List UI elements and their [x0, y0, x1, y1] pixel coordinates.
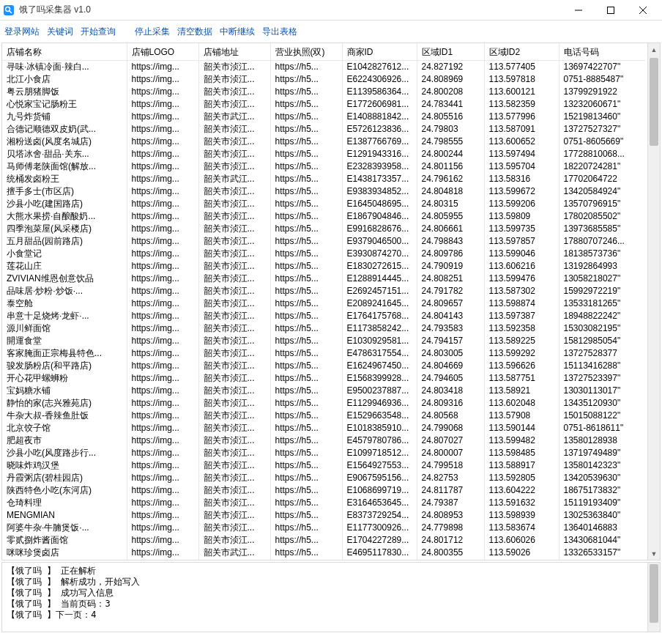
table-cell: 13580128938 [559, 434, 645, 447]
table-scrollbar[interactable]: ▲ ▼ [647, 43, 660, 560]
table-row[interactable]: 合德记顺德双皮奶(武...https://img...韶关市浈江...https… [2, 123, 645, 136]
table-cell: 113.595704 [484, 160, 559, 173]
table-row[interactable]: 统桶发卤粉王https://img...韶关市武江...https://h5..… [2, 173, 645, 185]
data-table[interactable]: 店铺名称店铺LOGO店铺地址营业执照(双)商家ID区域ID1区域ID2电话号码 … [2, 43, 645, 560]
table-row[interactable]: 泰空舱https://img...韶关市浈江...https://h5...E2… [2, 297, 645, 310]
table-row[interactable]: 咪咪珍煲卤店https://img...韶关市武江...https://h5..… [2, 547, 645, 559]
table-row[interactable]: 開運食堂https://img...韶关市浈江...https://h5...E… [2, 335, 645, 347]
table-row[interactable]: 晓味炸鸡汉堡https://img...韶关市浈江...https://h5..… [2, 459, 645, 472]
table-cell: https://h5... [270, 422, 342, 434]
table-cell: https://h5... [270, 210, 342, 223]
table-cell: https://h5... [270, 547, 342, 559]
col-header[interactable]: 营业执照(双) [270, 43, 342, 61]
table-row[interactable]: 大熊水果捞·自酿酸奶...https://img...韶关市浈江...https… [2, 210, 645, 223]
table-row[interactable]: 骏发肠粉店(和平路店)https://img...韶关市浈江...https:/… [2, 360, 645, 372]
table-cell: 113.604222 [484, 484, 559, 497]
col-header[interactable]: 商家ID [342, 43, 417, 61]
table-cell: E1173858242... [342, 322, 417, 335]
table-cell: https://img... [127, 235, 198, 248]
col-header[interactable]: 店铺LOGO [127, 43, 198, 61]
minimize-button[interactable] [562, 0, 595, 21]
keyword-button[interactable]: 关键词 [47, 26, 73, 38]
table-row[interactable]: 寻味·冰镇冷面·辣白...https://img...韶关市浈江...https… [2, 61, 645, 73]
table-cell: https://h5... [270, 260, 342, 273]
maximize-button[interactable] [595, 0, 627, 21]
col-header[interactable]: 店铺名称 [2, 43, 127, 61]
table-row[interactable]: 心悦家宝记肠粉王https://img...韶关市浈江...https://h5… [2, 98, 645, 111]
table-cell: E1568399928... [342, 372, 417, 385]
export-button[interactable]: 导出表格 [262, 26, 297, 38]
table-row[interactable]: 阿婆牛杂·牛腩煲饭·...https://img...韶关市浈江...https… [2, 522, 645, 534]
close-button[interactable] [627, 0, 659, 21]
login-button[interactable]: 登录网站 [4, 26, 40, 38]
table-row[interactable]: 湘粉送卤(风度名城店)https://img...韶关市浈江...https:/… [2, 136, 645, 148]
table-row[interactable]: 小食堂记https://img...韶关市浈江...https://h5...E… [2, 248, 645, 260]
table-cell: https://h5... [270, 148, 342, 160]
table-row[interactable]: 客家腌面正宗梅县特色...https://img...韶关市浈江...https… [2, 347, 645, 360]
table-cell: 莲花山庄 [2, 260, 127, 273]
table-row[interactable]: 北江小食店https://img...韶关市浈江...https://h5...… [2, 73, 645, 86]
table-cell: 13580142323" [559, 459, 645, 472]
table-row[interactable]: 莲花山庄https://img...韶关市浈江...https://h5...E… [2, 260, 645, 273]
table-row[interactable]: 沙县小吃(建国路店)https://img...韶关市浈江...https://… [2, 198, 645, 210]
table-cell: 113.606026 [484, 534, 559, 547]
table-cell: 24.798551 [417, 559, 484, 560]
scroll-up-icon[interactable]: ▲ [648, 43, 660, 56]
table-row[interactable]: 开心花甲螺蛳粉https://img...韶关市浈江...https://h5.… [2, 372, 645, 385]
table-cell: 113.592358 [484, 322, 559, 335]
table-cell: 韶关市浈江... [198, 397, 270, 410]
table-row[interactable]: MENGMIANhttps://img...韶关市浈江...https://h5… [2, 509, 645, 522]
table-cell: 13973685585" [559, 223, 645, 235]
table-cell: 24.803418 [417, 385, 484, 397]
table-cell: https://img... [127, 459, 198, 472]
table-row[interactable]: 北京饺子馆https://img...韶关市浈江...https://h5...… [2, 422, 645, 434]
table-row[interactable]: 牛杂大叔-香辣鱼肚饭https://img...韶关市浈江...https://… [2, 410, 645, 422]
log-scroll-thumb[interactable] [650, 564, 658, 623]
table-row[interactable]: 串意十足烧烤·龙虾·...https://img...韶关市浈江...https… [2, 310, 645, 322]
table-row[interactable]: 丹霞粥店(碧桂园店)https://img...韶关市浈江...https://… [2, 472, 645, 484]
table-row[interactable]: 零贰捌炸酱面馆https://img...韶关市浈江...https://h5.… [2, 534, 645, 547]
table-row[interactable]: 兰州拉面(惠民南路店)https://img...韶关市浈江...https:/… [2, 559, 645, 560]
table-cell: E1408881842... [342, 111, 417, 123]
table-cell: E1624967450... [342, 360, 417, 372]
table-row[interactable]: 贝塔冰舍·甜品·关东...https://img...韶关市浈江...https… [2, 148, 645, 160]
scroll-down-icon[interactable]: ▼ [648, 547, 660, 560]
start-query-button[interactable]: 开始查询 [81, 26, 116, 38]
resume-button[interactable]: 中断继续 [220, 26, 255, 38]
table-cell: 心悦家宝记肠粉王 [2, 98, 127, 111]
table-row[interactable]: 五月甜品(园前路店)https://img...韶关市浈江...https://… [2, 235, 645, 248]
table-cell: 17702064722 [559, 173, 645, 185]
log-scrollbar[interactable] [647, 563, 660, 632]
table-cell: E1291943316... [342, 148, 417, 160]
table-row[interactable]: 粤云朋猪脚饭https://img...韶关市浈江...https://h5..… [2, 86, 645, 98]
table-row[interactable]: 四季泡菜屋(风采楼店)https://img...韶关市浈江...https:/… [2, 223, 645, 235]
table-cell: 113.589225 [484, 335, 559, 347]
table-row[interactable]: 马师傅老陕面馆(解放...https://img...韶关市浈江...https… [2, 160, 645, 173]
table-row[interactable]: 沙县小吃(风度路步行...https://img...韶关市浈江...https… [2, 447, 645, 459]
table-row[interactable]: 品味居·炒粉·炒饭·...https://img...韶关市浈江...https… [2, 285, 645, 297]
scroll-thumb[interactable] [650, 58, 658, 146]
table-row[interactable]: 仓琦料理https://img...韶关市浈江...https://h5...E… [2, 497, 645, 509]
table-cell: 韶关市浈江... [198, 123, 270, 136]
table-row[interactable]: 宝妈糖水铺https://img...韶关市浈江...https://h5...… [2, 385, 645, 397]
table-row[interactable]: 静怡的家(志兴雅苑店)https://img...韶关市浈江...https:/… [2, 397, 645, 410]
table-cell: https://img... [127, 497, 198, 509]
table-cell: https://img... [127, 410, 198, 422]
col-header[interactable]: 区域ID1 [417, 43, 484, 61]
table-cell: 24.79387 [417, 497, 484, 509]
table-row[interactable]: 肥超夜市https://img...韶关市浈江...https://h5...E… [2, 434, 645, 447]
col-header[interactable]: 电话号码 [559, 43, 645, 61]
table-cell: E1830272615... [342, 260, 417, 273]
clear-data-button[interactable]: 清空数据 [177, 26, 212, 38]
table-row[interactable]: 陕西特色小吃(东河店)https://img...韶关市浈江...https:/… [2, 484, 645, 497]
table-cell: https://img... [127, 98, 198, 111]
table-cell: 17880707246... [559, 235, 645, 248]
table-row[interactable]: 九号炸货铺https://img...韶关市武江...https://h5...… [2, 111, 645, 123]
table-row[interactable]: ZVIVIAN维恩创意饮品https://img...韶关市浈江...https… [2, 273, 645, 285]
table-row[interactable]: 擅手多士(市区店)https://img...韶关市浈江...https://h… [2, 185, 645, 198]
table-row[interactable]: 源川鲜面馆https://img...韶关市浈江...https://h5...… [2, 322, 645, 335]
stop-collect-button[interactable]: 停止采集 [135, 26, 170, 38]
col-header[interactable]: 区域ID2 [484, 43, 559, 61]
table-cell: https://img... [127, 198, 198, 210]
col-header[interactable]: 店铺地址 [198, 43, 270, 61]
